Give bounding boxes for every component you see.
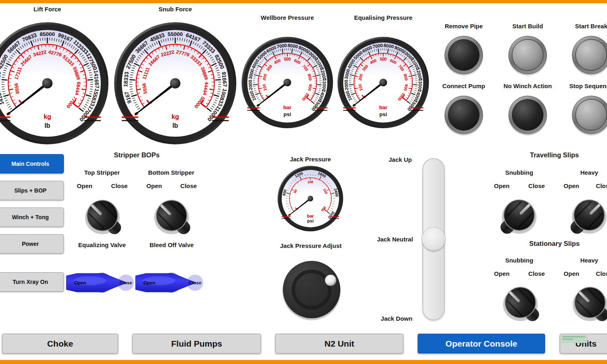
svg-text:18333: 18333: [123, 71, 130, 87]
pushbutton-label-start-break: Start Break: [575, 23, 607, 30]
bottom-orange-bar: [0, 360, 607, 364]
gauge-title-equalising-pressure: Equalising Pressure: [354, 14, 412, 21]
svg-text:2000: 2000: [344, 80, 349, 90]
label-jack-neutral: Jack Neutral: [377, 236, 413, 243]
knob-travelling-heavy[interactable]: [561, 187, 607, 245]
svg-text:bar: bar: [379, 104, 387, 110]
svg-text:psi: psi: [284, 111, 291, 117]
jack-pressure-adjust-knob[interactable]: [279, 257, 344, 324]
sidebar-item-turn-xray-on[interactable]: Turn Xray On: [0, 272, 64, 292]
tab-operator-console[interactable]: Operator Console: [418, 334, 545, 353]
gauge-jack-pressure: 06001200180024003000050100150200barpsi: [275, 163, 346, 236]
svg-text:lb: lb: [172, 122, 178, 129]
pushbutton-label-no-winch-action: No Winch Action: [503, 83, 552, 89]
svg-text:Open: Open: [74, 280, 86, 285]
knob-stationary-snubbing[interactable]: [492, 274, 549, 332]
svg-text:psi: psi: [380, 111, 387, 117]
label-jack-pressure-adjust: Jack Pressure Adjust: [280, 242, 342, 249]
gauge-title-lift-force: Lift Force: [34, 6, 61, 13]
knob-bottom-stripper[interactable]: [143, 187, 200, 245]
label-travelling-snubbing: Snubbing: [505, 169, 533, 176]
svg-text:bar: bar: [283, 104, 291, 110]
svg-text:kg: kg: [44, 113, 51, 120]
svg-text:lb: lb: [45, 122, 50, 129]
sidebar-item-power[interactable]: Power: [0, 234, 64, 254]
sidebar-item-winch-tong[interactable]: Winch + Tong: [0, 207, 64, 227]
svg-text:psi: psi: [307, 218, 314, 223]
knob-travelling-snubbing[interactable]: [491, 187, 548, 245]
gauge-lift-force: 0141672833342500566677083385000991671133…: [0, 19, 111, 149]
gauge-title-jack-pressure: Jack Pressure: [290, 156, 331, 163]
label-jack-down: Jack Down: [381, 315, 412, 322]
svg-text:bar: bar: [307, 214, 314, 218]
pushbutton-start-build[interactable]: [507, 34, 549, 78]
lever-equalizing-valve[interactable]: OpenClose: [65, 270, 137, 297]
lever-bleed-off-valve[interactable]: OpenClose: [134, 270, 206, 297]
pushbutton-label-connect-pump: Connect Pump: [442, 83, 485, 89]
sidebar-item-slips-bop[interactable]: Slips + BOP: [0, 181, 64, 200]
svg-text:85000: 85000: [40, 31, 55, 37]
pushbutton-stop-sequence[interactable]: [570, 94, 607, 138]
svg-text:91667: 91667: [221, 72, 228, 87]
svg-text:2000: 2000: [248, 80, 253, 90]
units-badge-indicator: [561, 335, 587, 343]
label-jack-up: Jack Up: [388, 156, 412, 163]
tab-n2-unit[interactable]: N2 Unit: [275, 334, 403, 353]
pushbutton-remove-pipe[interactable]: [443, 34, 485, 78]
svg-text:kg: kg: [172, 113, 179, 120]
svg-text:Close: Close: [119, 280, 132, 285]
gauge-title-wellbore-pressure: Wellbore Pressure: [261, 14, 314, 21]
gauge-title-snub-force: Snub Force: [159, 6, 192, 13]
pushbutton-label-start-build: Start Build: [512, 23, 543, 30]
gauge-wellbore-pressure: 0100020003000400050006000700080009000100…: [239, 34, 336, 133]
label-stationary-snubbing: Snubbing: [505, 257, 533, 264]
pushbutton-label-stop-sequence: Stop Sequence: [569, 83, 607, 89]
section-title-travelling-slips: Travelling Slips: [530, 151, 579, 159]
tab-fluid-pumps[interactable]: Fluid Pumps: [132, 334, 261, 353]
label-equalizing-valve: Equalizing Valve: [78, 241, 126, 248]
label-stationary-heavy: Heavy: [580, 257, 598, 264]
label-bottom-stripper: Bottom Stripper: [148, 169, 194, 176]
operator-console-screen: Lift Force Snub Force Wellbore Pressure …: [0, 0, 607, 364]
tab-choke[interactable]: Choke: [2, 334, 118, 353]
svg-text:500: 500: [284, 57, 291, 61]
svg-text:55000: 55000: [168, 31, 183, 37]
svg-text:Open: Open: [143, 280, 155, 285]
gauge-snub-force: 0916718333275003666745833550006416773333…: [111, 19, 239, 149]
label-travelling-heavy: Heavy: [580, 169, 598, 176]
pushbutton-start-break[interactable]: [570, 34, 607, 78]
sidebar-item-main-controls[interactable]: Main Controls: [0, 154, 64, 174]
label-top-stripper: Top Stripper: [84, 169, 120, 176]
pushbutton-no-winch-action[interactable]: [507, 94, 549, 138]
svg-text:Close: Close: [189, 280, 201, 285]
section-title-stripper-bops: Stripper BOPs: [114, 151, 160, 159]
svg-text:500: 500: [380, 57, 387, 61]
label-bleed-off-valve: Bleed Off Valve: [149, 241, 193, 248]
section-title-stationary-slips: Stationary Slips: [529, 240, 580, 248]
pushbutton-connect-pump[interactable]: [443, 94, 485, 138]
svg-text:100: 100: [308, 180, 313, 184]
knob-top-stripper[interactable]: [74, 187, 131, 245]
top-orange-bar: [0, 0, 607, 3]
pushbutton-label-remove-pipe: Remove Pipe: [445, 23, 483, 30]
jack-slider-knob[interactable]: [422, 227, 446, 251]
gauge-equalising-pressure: 0100020003000400050006000700080009000100…: [335, 34, 432, 133]
knob-stationary-heavy[interactable]: [562, 274, 607, 332]
